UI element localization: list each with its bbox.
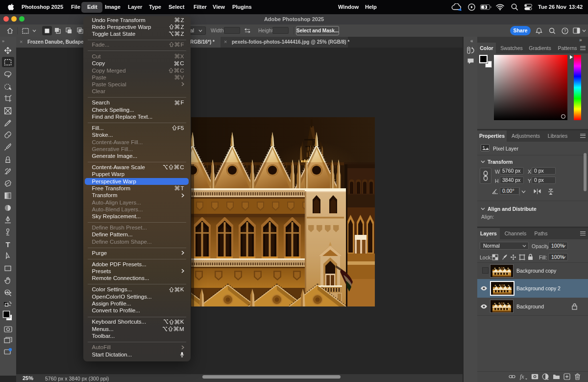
svg-text:?: ? [564, 28, 566, 33]
svg-text:T: T [5, 240, 10, 248]
svg-text:fx: fx [520, 373, 524, 380]
